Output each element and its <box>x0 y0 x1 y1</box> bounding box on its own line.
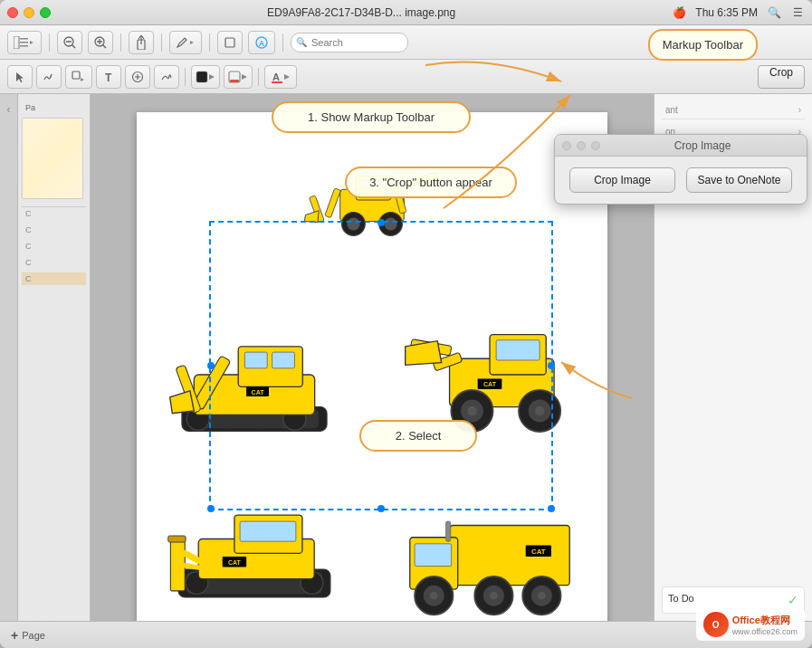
svg-rect-21 <box>196 71 207 82</box>
title-bar: ED9A9FA8-2C17-D34B-D... image.png 🍎 Thu … <box>0 0 812 25</box>
markup-annotate-tool[interactable] <box>125 65 150 89</box>
maximize-button[interactable] <box>40 7 51 18</box>
svg-rect-54 <box>496 340 540 360</box>
todo-label: To Do <box>668 593 694 604</box>
svg-rect-2 <box>20 42 28 43</box>
svg-text:CAT: CAT <box>483 381 497 388</box>
add-page-button[interactable]: + Page <box>11 628 45 643</box>
vehicle-loader-svg: CAT <box>390 302 589 447</box>
document-page: 3. "Crop" button appear <box>137 112 607 621</box>
page-thumbnail-1[interactable] <box>22 118 83 199</box>
svg-rect-23 <box>230 80 239 82</box>
vehicle-bulldozer-svg: CAT <box>155 481 354 617</box>
markup-stroke-button[interactable] <box>224 65 253 89</box>
crop-dialog: Crop Image Crop Image Save to OneNote <box>554 134 807 205</box>
svg-line-76 <box>185 554 200 562</box>
menu-icon[interactable]: ☰ <box>790 5 805 20</box>
office-badge: O Office教程网 www.office26.com <box>696 608 805 641</box>
panel-label-c2: C <box>22 224 86 236</box>
search-icon[interactable]: 🔍 <box>767 5 781 20</box>
zoom-in-button[interactable] <box>88 31 113 54</box>
office-main-text: Office教程网 <box>732 614 798 627</box>
svg-line-6 <box>72 44 76 48</box>
share-button[interactable] <box>129 31 154 54</box>
svg-point-88 <box>490 592 498 600</box>
svg-rect-25 <box>272 81 282 83</box>
svg-text:A: A <box>259 39 265 48</box>
markup-textcolor-button[interactable]: A <box>264 65 297 89</box>
vehicles-grid: CAT <box>137 112 607 621</box>
crop-image-button[interactable]: Crop Image <box>569 167 675 193</box>
close-button[interactable] <box>7 7 18 18</box>
left-sidebar: ‹ <box>0 94 18 621</box>
time-display: Thu 6:35 PM <box>695 6 758 19</box>
vehicle-cell-dumptruck: CAT <box>372 462 607 621</box>
window-title: ED9A9FA8-2C17-D34B-D... image.png <box>267 6 455 19</box>
vehicle-excavator-svg: CAT <box>155 302 354 447</box>
svg-line-10 <box>103 44 107 48</box>
separator-1 <box>49 33 50 52</box>
panel-label-c4: C <box>22 256 86 269</box>
separator-6 <box>185 68 186 86</box>
svg-point-31 <box>347 217 359 230</box>
panel-label-c3: C <box>22 240 86 253</box>
svg-rect-92 <box>445 521 450 541</box>
office-text: Office教程网 www.office26.com <box>732 614 798 636</box>
page-panel: Pa C C C C C <box>18 94 91 621</box>
apple-icon: 🍎 <box>672 5 686 20</box>
toolbar-1: A 🔍 <box>0 25 812 60</box>
office-sub-text: www.office26.com <box>732 627 798 636</box>
save-to-onenote-button[interactable]: Save to OneNote <box>686 167 792 193</box>
pen-tool-button[interactable] <box>169 31 202 54</box>
window-chrome: ED9A9FA8-2C17-D34B-D... image.png 🍎 Thu … <box>0 0 812 648</box>
svg-rect-13 <box>225 38 234 47</box>
crop-button[interactable]: Crop <box>758 65 805 89</box>
crop-dialog-title-bar: Crop Image <box>555 135 807 157</box>
search-input[interactable] <box>291 33 408 52</box>
dialog-close-dot[interactable] <box>562 141 571 150</box>
svg-rect-0 <box>14 36 19 49</box>
svg-point-62 <box>535 406 545 416</box>
sidebar-collapse-arrow[interactable]: ‹ <box>7 103 11 116</box>
title-bar-right: 🍎 Thu 6:35 PM 🔍 ☰ <box>672 5 805 20</box>
sidebar-toggle-button[interactable] <box>7 31 42 54</box>
vehicle-cell-bulldozer: CAT <box>137 462 372 621</box>
vehicle-cell-excavator: CAT <box>137 287 372 462</box>
markup-sketch-tool[interactable] <box>36 65 62 89</box>
markup-signature-tool[interactable] <box>154 65 179 89</box>
separator-5 <box>282 33 283 52</box>
svg-point-33 <box>385 217 397 230</box>
add-icon: + <box>11 628 18 643</box>
svg-text:A: A <box>272 71 280 82</box>
minimize-button[interactable] <box>24 7 34 18</box>
dialog-zoom-dot[interactable] <box>591 141 600 150</box>
svg-point-85 <box>430 592 438 600</box>
separator-4 <box>209 33 210 52</box>
panel-label-c: C <box>22 206 86 220</box>
markup-shapes-tool[interactable] <box>65 65 92 89</box>
highlight-button[interactable]: A <box>248 31 275 54</box>
separator-3 <box>161 33 162 52</box>
dialog-minimize-dot[interactable] <box>577 141 586 150</box>
panel-label-pa: Pa <box>22 101 86 114</box>
search-wrap: 🔍 <box>291 33 408 52</box>
markup-select-tool[interactable] <box>7 65 33 89</box>
svg-rect-71 <box>240 521 296 541</box>
svg-rect-36 <box>325 188 341 218</box>
markup-color-button[interactable] <box>191 65 220 89</box>
markup-text-tool[interactable]: T <box>96 65 121 89</box>
crop-dialog-body: Crop Image Save to OneNote <box>555 157 807 204</box>
svg-rect-78 <box>450 526 569 586</box>
crop-square-button[interactable] <box>217 31 243 54</box>
panel-label-c5: C <box>22 272 86 285</box>
traffic-lights <box>7 7 51 18</box>
svg-rect-16 <box>72 71 80 79</box>
svg-rect-46 <box>244 352 267 368</box>
svg-line-77 <box>185 566 200 568</box>
search-icon-inner: 🔍 <box>296 37 307 47</box>
zoom-out-button[interactable] <box>57 31 82 54</box>
separator-2 <box>120 33 121 52</box>
vehicle-dumptruck-svg: CAT <box>390 481 589 617</box>
svg-rect-82 <box>415 544 452 567</box>
page-label: Page <box>22 630 45 641</box>
